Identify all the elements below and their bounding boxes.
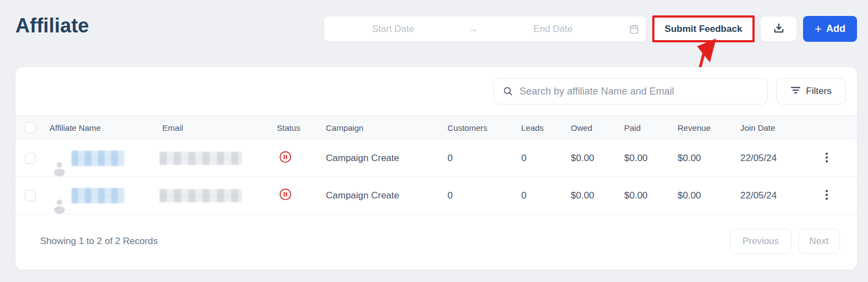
row-checkbox-wrap (25, 153, 36, 164)
kebab-icon (826, 190, 828, 200)
end-date-input[interactable]: End Date (484, 24, 623, 35)
row-checkbox-wrap (25, 190, 36, 201)
search-box (494, 78, 768, 104)
revenue-cell: $0.00 (678, 153, 701, 164)
redacted-email (160, 152, 242, 165)
col-header-customers: Customers (447, 123, 488, 132)
col-header-paid: Paid (624, 123, 641, 132)
search-icon (503, 86, 514, 99)
plus-icon: + (815, 23, 822, 35)
col-header-affiliate-name: Affiliate Name (50, 123, 101, 132)
select-all-checkbox[interactable] (25, 122, 36, 133)
search-input[interactable] (494, 78, 768, 104)
col-header-email: Email (162, 123, 183, 132)
paid-cell: $0.00 (624, 190, 648, 201)
table-header-row: Affiliate Name Email Status Campaign Cus… (15, 115, 857, 140)
row-menu-button[interactable] (822, 150, 831, 166)
leads-cell: 0 (521, 153, 526, 164)
col-header-join-date: Join Date (740, 123, 775, 132)
col-header-owed: Owed (571, 123, 592, 132)
previous-page-button[interactable]: Previous (730, 229, 791, 254)
owed-cell: $0.00 (571, 190, 594, 201)
row-checkbox[interactable] (25, 190, 36, 201)
leads-cell: 0 (521, 190, 526, 201)
table-row: Campaign Create 0 0 $0.00 $0.00 $0.00 22… (15, 177, 857, 214)
row-checkbox[interactable] (25, 153, 36, 164)
page-title: Affiliate (15, 14, 89, 37)
date-range-picker[interactable]: Start Date → End Date (324, 16, 647, 42)
start-date-input[interactable]: Start Date (324, 24, 462, 35)
calendar-icon (622, 24, 646, 35)
owed-cell: $0.00 (571, 153, 594, 164)
col-header-leads: Leads (521, 123, 544, 132)
col-header-status: Status (277, 123, 301, 132)
redacted-affiliate-name (72, 151, 124, 166)
join-date-cell: 22/05/24 (740, 153, 777, 164)
row-menu-button[interactable] (822, 187, 831, 203)
col-header-revenue: Revenue (678, 123, 711, 132)
affiliate-page: Affiliate Start Date → End Date Submit F… (0, 0, 868, 282)
download-icon (773, 22, 785, 36)
redacted-email (160, 189, 242, 202)
next-page-button[interactable]: Next (798, 229, 840, 254)
filters-button[interactable]: Filters (776, 78, 846, 104)
arrow-right-icon: → (462, 23, 484, 35)
affiliate-card: Filters Affiliate Name Email Status Camp… (15, 67, 857, 270)
kebab-icon (826, 152, 828, 162)
col-header-campaign: Campaign (326, 123, 363, 132)
records-summary: Showing 1 to 2 of 2 Records (40, 236, 158, 247)
campaign-cell: Campaign Create (326, 153, 399, 164)
annotation-highlight-box: Submit Feedback (652, 15, 755, 42)
paid-cell: $0.00 (624, 153, 648, 164)
filters-label: Filters (806, 86, 831, 97)
customers-cell: 0 (447, 153, 452, 164)
select-all-checkbox-wrap (25, 122, 36, 133)
customers-cell: 0 (447, 190, 452, 201)
submit-feedback-button[interactable]: Submit Feedback (654, 18, 752, 40)
status-paused-icon (279, 188, 292, 203)
join-date-cell: 22/05/24 (740, 190, 777, 201)
campaign-cell: Campaign Create (326, 190, 399, 201)
add-button-label: Add (826, 23, 845, 35)
add-button[interactable]: + Add (803, 16, 857, 42)
revenue-cell: $0.00 (678, 190, 701, 201)
status-paused-icon (279, 151, 292, 166)
redacted-affiliate-name (72, 188, 124, 203)
download-button[interactable] (760, 16, 797, 42)
table-row: Campaign Create 0 0 $0.00 $0.00 $0.00 22… (15, 140, 857, 177)
filter-icon (790, 86, 801, 97)
